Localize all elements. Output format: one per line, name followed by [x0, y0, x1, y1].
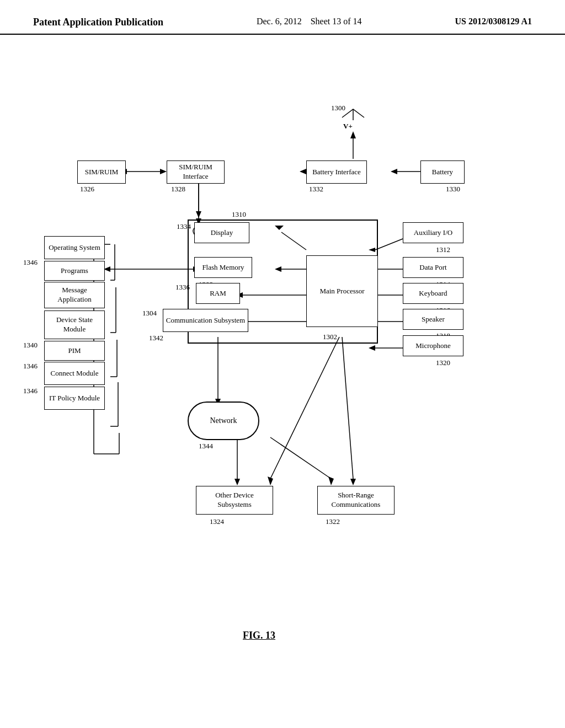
label-1332: 1332	[309, 185, 323, 194]
label-1304: 1304	[142, 309, 157, 318]
display-box: Display	[194, 222, 249, 243]
svg-line-52	[270, 337, 339, 479]
page-header: Patent Application Publication Dec. 6, 2…	[0, 0, 565, 35]
label-1340: 1340	[23, 341, 38, 350]
label-1324: 1324	[210, 517, 224, 526]
patent-number-label: US 2012/0308129 A1	[455, 17, 532, 26]
communication-subsystem-box: Communication Subsystem	[163, 309, 248, 332]
diagram-area: 1300 V+ SIM/RUIM 1326 SIM/RUIM Interface…	[0, 40, 565, 675]
data-port-box: Data Port	[403, 257, 463, 278]
operating-system-box: Operating System	[44, 236, 105, 259]
label-1328: 1328	[171, 185, 185, 194]
pim-box: PIM	[44, 341, 105, 361]
svg-line-54	[342, 337, 353, 479]
connect-module-box: Connect Module	[44, 362, 105, 385]
label-1302: 1302	[323, 333, 337, 341]
ram-box: RAM	[196, 283, 240, 304]
label-1326: 1326	[80, 185, 94, 194]
svg-marker-3	[160, 169, 167, 174]
label-1342: 1342	[149, 334, 163, 342]
sim-ruim-interface-box: SIM/RUIM Interface	[167, 160, 225, 184]
label-1346c: 1346	[23, 387, 38, 395]
label-1336: 1336	[175, 283, 190, 292]
sheet-label: Sheet 13 of 14	[311, 17, 362, 26]
svg-marker-51	[328, 477, 334, 485]
svg-marker-11	[350, 131, 356, 138]
svg-line-16	[375, 239, 403, 250]
short-range-communications-box: Short-Range Communications	[317, 486, 395, 515]
main-processor-box: Main Processor	[306, 255, 378, 327]
label-1300: 1300	[331, 104, 345, 113]
flash-memory-box: Flash Memory	[194, 257, 252, 278]
other-device-subsystems-box: Other Device Subsystems	[196, 486, 273, 515]
it-policy-module-box: IT Policy Module	[44, 387, 105, 410]
label-1312: 1312	[436, 245, 450, 254]
label-vplus: V+	[343, 122, 353, 131]
svg-marker-39	[369, 345, 375, 351]
svg-marker-49	[234, 479, 240, 485]
svg-marker-5	[196, 211, 201, 218]
svg-marker-9	[391, 169, 397, 174]
programs-box: Programs	[44, 261, 105, 281]
sim-ruim-box: SIM/RUIM	[77, 160, 126, 184]
message-application-box: Message Application	[44, 282, 105, 308]
svg-marker-55	[350, 479, 356, 485]
label-1344: 1344	[199, 442, 213, 451]
label-1310: 1310	[232, 210, 246, 219]
battery-box: Battery	[420, 160, 465, 184]
battery-interface-box: Battery Interface	[306, 160, 367, 184]
date-label: Dec. 6, 2012	[257, 17, 302, 26]
speaker-box: Speaker	[403, 309, 463, 330]
network-box: Network	[188, 402, 259, 440]
svg-marker-53	[268, 477, 273, 485]
patent-publication-label: Patent Application Publication	[33, 17, 163, 28]
keyboard-box: Keyboard	[403, 283, 463, 304]
svg-line-50	[270, 437, 331, 479]
auxiliary-io-box: Auxiliary I/O	[403, 222, 463, 243]
figure-caption: FIG. 13	[243, 630, 275, 641]
microphone-box: Microphone	[403, 335, 463, 356]
svg-marker-7	[300, 169, 306, 174]
device-state-module-box: Device State Module	[44, 311, 105, 339]
header-center: Dec. 6, 2012 Sheet 13 of 14	[257, 17, 362, 26]
label-1346: 1346	[23, 362, 38, 371]
label-1322: 1322	[326, 517, 340, 526]
label-1334: 1334	[177, 222, 191, 231]
label-1330: 1330	[446, 185, 460, 194]
label-1346b: 1346	[23, 258, 38, 267]
label-1320: 1320	[436, 358, 450, 367]
